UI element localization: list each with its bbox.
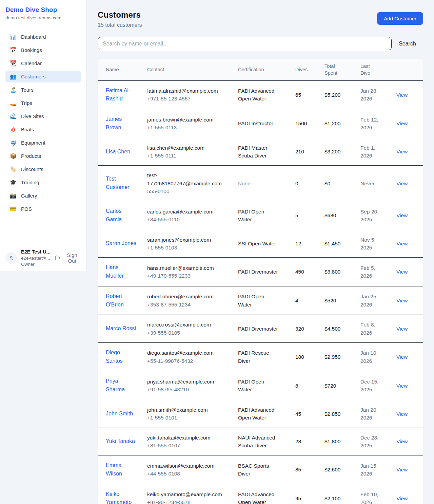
sidebar-item-boats[interactable]: ⛵Boats bbox=[5, 124, 81, 135]
certification-cell: PADI Instructor bbox=[238, 109, 295, 138]
last-dive: Sep 20, 2025 bbox=[360, 208, 384, 224]
view-link[interactable]: View bbox=[396, 411, 408, 417]
view-link[interactable]: View bbox=[396, 212, 408, 218]
view-link[interactable]: View bbox=[396, 438, 408, 444]
view-link[interactable]: View bbox=[396, 269, 408, 275]
view-link[interactable]: View bbox=[396, 92, 408, 98]
last-dive-cell: Jan 10, 2026 bbox=[360, 342, 396, 371]
certification: PADI Open Water bbox=[238, 378, 279, 394]
customer-name-link[interactable]: Fatima Al-Rashid bbox=[106, 87, 138, 104]
table-row: Test Customertest-1772681807767@example.… bbox=[98, 166, 423, 201]
customer-count: 15 total customers bbox=[98, 22, 142, 28]
customer-email: marco.rossi@example.com bbox=[147, 321, 220, 329]
contact-cell: yuki.tanaka@example.com+81-555-0107 bbox=[147, 428, 238, 455]
view-link[interactable]: View bbox=[396, 326, 408, 332]
sidebar-item-equipment[interactable]: 🤿Equipment bbox=[5, 137, 81, 149]
sidebar-item-discounts[interactable]: 🏷️Discounts bbox=[5, 163, 81, 175]
view-link[interactable]: View bbox=[396, 149, 408, 154]
customer-name-link[interactable]: Diego Santos bbox=[106, 349, 138, 366]
main-content: Customers 15 total customers Add Custome… bbox=[87, 0, 434, 504]
view-link[interactable]: View bbox=[396, 354, 408, 360]
customer-name-link[interactable]: James Brown bbox=[106, 115, 138, 132]
sidebar-item-dashboard[interactable]: 📊Dashboard bbox=[5, 31, 81, 43]
customer-phone: +1-555-0103 bbox=[147, 244, 233, 251]
total-spent: $2,100 bbox=[324, 496, 340, 501]
equipment-mask-icon: 🤿 bbox=[9, 140, 17, 146]
view-link[interactable]: View bbox=[396, 181, 408, 186]
last-dive: Feb 1, 2026 bbox=[360, 144, 384, 160]
customer-name-link[interactable]: Sarah Jones bbox=[106, 239, 136, 248]
column-header-last-dive: Last Dive bbox=[360, 59, 396, 80]
total-spent: $2,950 bbox=[324, 354, 340, 360]
last-dive-cell: Feb 8, 2026 bbox=[360, 315, 396, 343]
total-spent: $2,600 bbox=[324, 467, 340, 472]
user-role: Owner bbox=[21, 262, 51, 267]
total-spent: $0 bbox=[324, 181, 330, 186]
sidebar-item-tours[interactable]: 🏝️Tours bbox=[5, 84, 81, 96]
action-cell: View bbox=[396, 428, 423, 455]
total-spent-cell: $0 bbox=[324, 166, 360, 201]
sidebar-item-pos[interactable]: 💳POS bbox=[5, 203, 81, 215]
sidebar-item-bookings[interactable]: 📅Bookings bbox=[5, 44, 81, 56]
sidebar-item-training[interactable]: 🎓Training bbox=[5, 176, 81, 188]
total-spent: $3,200 bbox=[324, 149, 340, 154]
view-link[interactable]: View bbox=[396, 120, 408, 126]
customers-table-card: NameContactCertificationDivesTotal Spent… bbox=[98, 59, 423, 504]
view-link[interactable]: View bbox=[396, 496, 408, 501]
search-button[interactable]: Search bbox=[392, 41, 423, 47]
name-cell: Emma Wilson bbox=[98, 455, 147, 484]
name-cell: Test Customer bbox=[98, 166, 147, 201]
customer-email: hans.mueller@example.com bbox=[147, 264, 220, 272]
name-cell: Priya Sharma bbox=[98, 371, 147, 400]
customer-name-link[interactable]: Marco Rossi bbox=[106, 324, 136, 333]
view-link[interactable]: View bbox=[396, 467, 408, 472]
sidebar-item-dive-sites[interactable]: 🌊Dive Sites bbox=[5, 110, 81, 122]
certification: PADI Divemaster bbox=[238, 268, 278, 276]
action-cell: View bbox=[396, 484, 423, 504]
customer-phone: +971-55-123-4567 bbox=[147, 95, 233, 102]
avatar bbox=[5, 252, 17, 264]
name-cell: Diego Santos bbox=[98, 342, 147, 371]
sidebar-item-products[interactable]: 📦Products bbox=[5, 150, 81, 162]
certification: PADI Instructor bbox=[238, 119, 273, 127]
customer-name-link[interactable]: Yuki Tanaka bbox=[106, 437, 135, 446]
contact-cell: carlos.garcia@example.com+34-555-0110 bbox=[147, 201, 238, 230]
sidebar-item-calendar[interactable]: 📆Calendar bbox=[5, 57, 81, 69]
pos-card-icon: 💳 bbox=[9, 206, 17, 212]
table-row: Sarah Jonessarah.jones@example.com+1-555… bbox=[98, 230, 423, 258]
add-customer-button[interactable]: Add Customer bbox=[377, 12, 423, 25]
customer-name-link[interactable]: Carlos Garcia bbox=[106, 207, 138, 224]
customer-name-link[interactable]: Lisa Chen bbox=[106, 148, 130, 156]
action-cell: View bbox=[396, 371, 423, 400]
sidebar-item-label: Boats bbox=[21, 127, 34, 132]
total-spent-cell: $2,950 bbox=[324, 342, 360, 371]
customer-name-link[interactable]: Hans Mueller bbox=[106, 263, 138, 280]
dives-cell: 450 bbox=[295, 258, 324, 286]
sidebar-item-trips[interactable]: 🚤Trips bbox=[5, 97, 81, 109]
column-header-dives: Dives bbox=[295, 59, 324, 80]
view-link[interactable]: View bbox=[396, 383, 408, 389]
customer-name-link[interactable]: John Smith bbox=[106, 410, 133, 418]
search-input[interactable] bbox=[98, 37, 392, 50]
table-row: Diego Santosdiego.santos@example.com+55-… bbox=[98, 342, 423, 371]
customer-name-link[interactable]: Emma Wilson bbox=[106, 461, 138, 478]
customer-name-link[interactable]: Priya Sharma bbox=[106, 377, 138, 394]
certification-cell: PADI Advanced Open Water bbox=[238, 80, 295, 109]
last-dive-cell: Jan 15, 2026 bbox=[360, 455, 396, 484]
column-header-contact: Contact bbox=[147, 59, 238, 80]
dives-cell: 5 bbox=[295, 201, 324, 230]
last-dive: Jan 28, 2026 bbox=[360, 87, 384, 103]
view-link[interactable]: View bbox=[396, 241, 408, 246]
dives-count: 0 bbox=[295, 181, 298, 186]
view-link[interactable]: View bbox=[396, 298, 408, 303]
sidebar-item-gallery[interactable]: 📸Gallery bbox=[5, 190, 81, 202]
sidebar-item-customers[interactable]: 👥Customers bbox=[5, 71, 81, 82]
sign-out-button[interactable]: Sign Out bbox=[55, 252, 81, 264]
certification: PADI Advanced Open Water bbox=[238, 406, 279, 422]
action-cell: View bbox=[396, 258, 423, 286]
customer-name-link[interactable]: Robert O'Brien bbox=[106, 292, 138, 309]
customer-name-link[interactable]: Keiko Yamamoto bbox=[106, 490, 138, 504]
sidebar-item-label: Customers bbox=[21, 74, 46, 79]
certification-cell: BSAC Sports Diver bbox=[238, 455, 295, 484]
customer-name-link[interactable]: Test Customer bbox=[106, 175, 138, 192]
